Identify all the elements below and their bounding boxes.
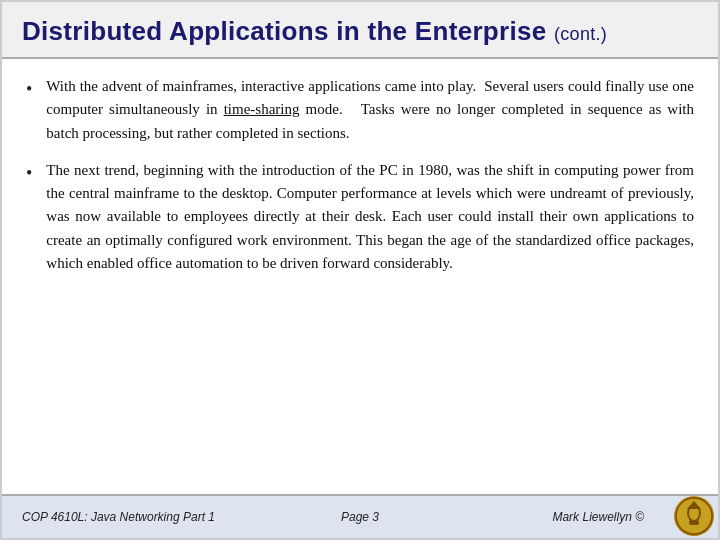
logo-svg bbox=[675, 497, 713, 535]
logo-circle bbox=[674, 496, 714, 536]
bullet-dot-2: • bbox=[26, 161, 32, 186]
svg-rect-3 bbox=[689, 520, 699, 525]
footer-center: Page 3 bbox=[341, 510, 379, 524]
timesharing-term: time-sharing bbox=[224, 101, 300, 117]
bullet-text-2: The next trend, beginning with the intro… bbox=[46, 159, 694, 275]
footer-left: COP 4610L: Java Networking Part 1 bbox=[22, 510, 552, 524]
bullet-text-1: With the advent of mainframes, interacti… bbox=[46, 75, 694, 145]
ucf-logo bbox=[674, 496, 714, 536]
footer-right: Mark Liewellyn © bbox=[552, 510, 644, 524]
slide-footer: COP 4610L: Java Networking Part 1 Page 3… bbox=[2, 494, 718, 538]
slide-title-cont: (cont.) bbox=[554, 24, 607, 44]
slide-title: Distributed Applications in the Enterpri… bbox=[22, 16, 607, 46]
slide: Distributed Applications in the Enterpri… bbox=[0, 0, 720, 540]
bullet-item-2: • The next trend, beginning with the int… bbox=[26, 159, 694, 275]
slide-header: Distributed Applications in the Enterpri… bbox=[2, 2, 718, 59]
bullet-item-1: • With the advent of mainframes, interac… bbox=[26, 75, 694, 145]
slide-content: • With the advent of mainframes, interac… bbox=[2, 59, 718, 494]
bullet-dot-1: • bbox=[26, 77, 32, 102]
